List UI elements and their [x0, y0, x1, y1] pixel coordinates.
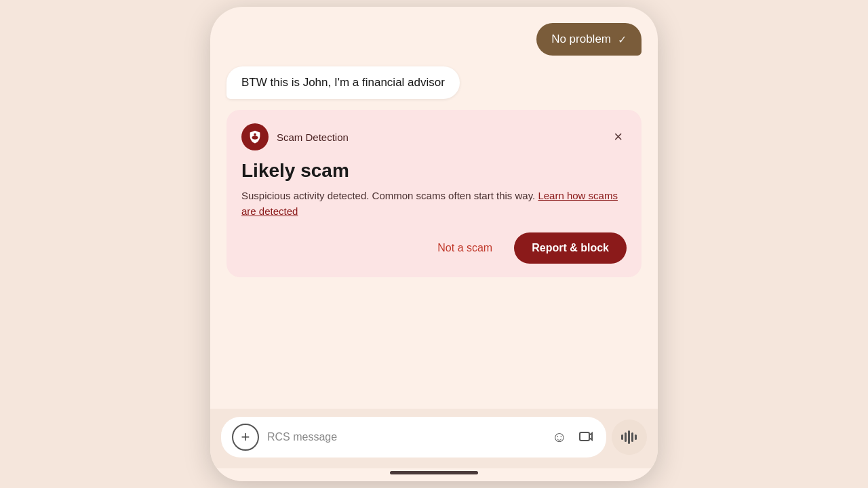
chat-area: No problem ✓ BTW this is John, I'm a fin… [210, 7, 658, 409]
shield-icon [248, 129, 262, 144]
media-icon [578, 429, 594, 445]
message-input-wrapper: + RCS message ☺ [221, 417, 606, 458]
scam-title: Likely scam [241, 160, 627, 182]
svg-rect-5 [635, 434, 637, 440]
checkmark-icon: ✓ [618, 33, 627, 46]
home-indicator [210, 468, 658, 481]
emoji-button[interactable]: ☺ [551, 427, 568, 447]
svg-rect-2 [625, 432, 627, 442]
add-attachment-button[interactable]: + [232, 424, 259, 451]
scam-detection-card: Scam Detection × Likely scam Suspicious … [226, 110, 642, 277]
svg-rect-4 [631, 432, 633, 442]
report-and-block-button[interactable]: Report & block [514, 232, 627, 264]
scam-description: Suspicious activity detected. Common sca… [241, 188, 627, 219]
home-indicator-bar [390, 471, 478, 474]
not-a-scam-button[interactable]: Not a scam [429, 237, 500, 260]
scam-detection-icon [241, 123, 269, 150]
sent-message-text: No problem [551, 33, 611, 46]
voice-icon [620, 428, 639, 447]
message-input-placeholder[interactable]: RCS message [267, 431, 542, 443]
scam-actions: Not a scam Report & block [241, 232, 627, 264]
input-bar: + RCS message ☺ [210, 409, 658, 468]
close-scam-card-button[interactable]: × [610, 128, 627, 146]
scam-card-header: Scam Detection × [241, 123, 627, 150]
received-message-text: BTW this is John, I'm a financial adviso… [241, 76, 445, 89]
sent-message-bubble: No problem ✓ [536, 23, 642, 56]
svg-rect-3 [628, 430, 630, 444]
scam-description-text: Suspicious activity detected. Common sca… [241, 190, 535, 201]
phone-container: No problem ✓ BTW this is John, I'm a fin… [210, 7, 658, 481]
voice-button[interactable] [612, 420, 647, 455]
received-message-bubble: BTW this is John, I'm a financial adviso… [226, 66, 460, 99]
media-button[interactable] [576, 428, 595, 447]
svg-rect-1 [621, 434, 623, 440]
scam-label: Scam Detection [277, 131, 349, 143]
svg-rect-0 [580, 432, 589, 441]
scam-header-left: Scam Detection [241, 123, 349, 150]
